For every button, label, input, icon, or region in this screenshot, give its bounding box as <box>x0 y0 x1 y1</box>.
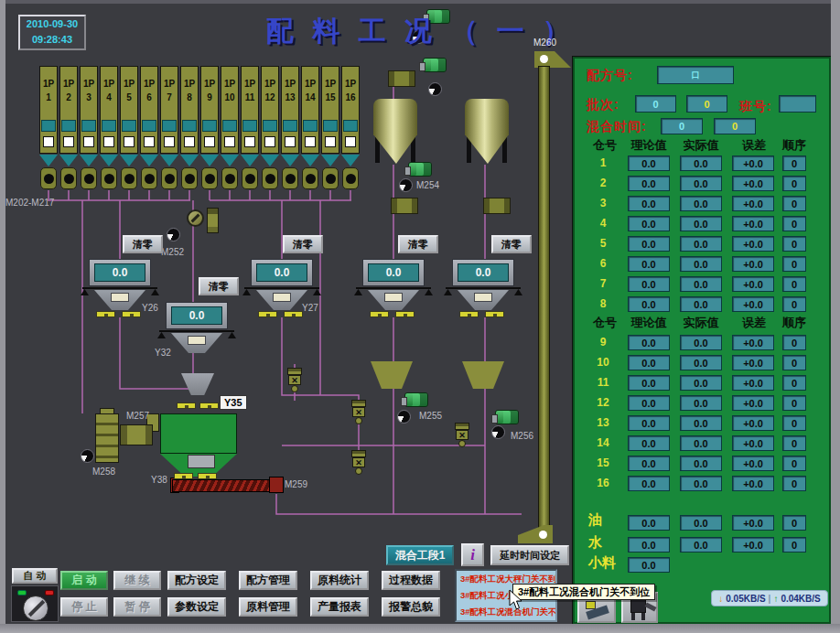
rotary-valve-icon: ✕ <box>351 400 366 424</box>
hopper-prefix: 1P <box>242 79 258 89</box>
elevator-leg-m260 <box>538 66 550 529</box>
hopper-outlet <box>124 136 135 147</box>
bin-11-order: 0 <box>782 375 806 391</box>
slide-gate <box>198 473 217 479</box>
bin-6-theory: 0.0 <box>628 256 670 272</box>
bin-8-number: 8 <box>587 297 619 310</box>
clear-zero-button-scale5[interactable]: 清零 <box>491 235 532 253</box>
info-button[interactable]: i <box>461 543 484 566</box>
motor-icon <box>404 392 428 407</box>
hopper-level-band <box>283 120 297 132</box>
rotary-knob[interactable] <box>23 595 48 621</box>
clear-zero-button-y32[interactable]: 清零 <box>199 277 239 295</box>
bin-3-actual: 0.0 <box>680 196 722 211</box>
hopper-outlet <box>325 136 336 147</box>
hopper-prefix: 1P <box>221 79 238 89</box>
hopper-number: 1 <box>40 92 57 102</box>
bin-12-order: 0 <box>782 395 806 411</box>
bin-16-actual: 0.0 <box>680 476 722 491</box>
bin-9-error: +0.0 <box>732 335 774 350</box>
mix-time-field-2[interactable]: 0 <box>714 118 756 134</box>
rotation-indicator-icon <box>399 178 413 192</box>
pause-button[interactable]: 暂 停 <box>113 597 161 617</box>
hopper-1p15: 1P15 <box>321 66 339 154</box>
stop-button[interactable]: 停 止 <box>60 597 108 617</box>
resume-button[interactable]: 继 续 <box>113 571 161 590</box>
hopper-level-band <box>303 120 318 132</box>
hopper-outlet <box>204 136 215 147</box>
weigh-scale-scale4: 0.0 <box>362 259 425 319</box>
alarm-overview-button[interactable]: 报警总貌 <box>382 597 440 617</box>
rotation-indicator-icon <box>397 410 411 424</box>
scale-support-bar <box>82 287 157 289</box>
column-header-theory: 理论值 <box>626 315 672 331</box>
slide-gate <box>370 311 389 317</box>
bin-2-actual: 0.0 <box>680 176 722 191</box>
pump-m258 <box>95 413 119 463</box>
hopper-number: 14 <box>302 92 318 102</box>
delay-time-setting-button[interactable]: 延时时间设定 <box>490 545 569 565</box>
scale-display-y26: 0.0 <box>94 263 145 282</box>
recipe-management-button[interactable]: 配方管理 <box>239 571 297 590</box>
hopper-level-band <box>142 120 156 132</box>
conveyor-end <box>269 477 284 493</box>
hmi-screen: 2010-09-30 09:28:43 配 料 工 况 （ 一 ） 1P11P2… <box>0 0 840 633</box>
clear-zero-button-scale4[interactable]: 清零 <box>398 235 438 253</box>
batch-total-field[interactable]: 0 <box>686 95 727 113</box>
bin-5-order: 0 <box>782 236 806 252</box>
label-y26: Y26 <box>142 303 158 313</box>
green-indicator-light <box>17 590 27 595</box>
bin-6-error: +0.0 <box>732 256 774 272</box>
start-button[interactable]: 启 动 <box>60 571 108 590</box>
feeder-motor-204 <box>81 167 97 189</box>
hopper-1p10: 1P10 <box>221 66 239 154</box>
bin-3-theory: 0.0 <box>628 196 670 211</box>
recipe-setting-button[interactable]: 配方设定 <box>167 571 226 590</box>
bin-14-error: +0.0 <box>732 435 774 451</box>
weigh-scale-y27: 0.0Y27 <box>251 259 313 319</box>
feeder-motor-213 <box>262 167 278 189</box>
feeder-motor-205 <box>101 167 117 189</box>
bin-5-number: 5 <box>587 237 619 250</box>
bin-14-actual: 0.0 <box>680 435 722 451</box>
bin-16-number: 16 <box>587 477 619 489</box>
column-header-bin: 仓号 <box>588 137 621 154</box>
hopper-1p4: 1P4 <box>100 66 118 154</box>
network-status: ↓ 0.05KB/S | ↑ 0.04KB/S <box>711 590 828 606</box>
recipe-number-field[interactable]: 口 <box>657 66 734 84</box>
batch-count-field[interactable]: 0 <box>635 95 676 113</box>
clear-zero-button-y27[interactable]: 清零 <box>283 235 323 253</box>
window-frame-bottom <box>0 624 840 633</box>
slide-gate <box>395 311 415 317</box>
mixing-section-button[interactable]: 混合工段1 <box>386 545 454 565</box>
mode-selector-switch[interactable] <box>11 585 59 622</box>
mixer-gate <box>188 455 215 468</box>
mix-time-field-1[interactable]: 0 <box>661 118 703 134</box>
bin-7-number: 7 <box>587 277 619 290</box>
gate-valve-icon <box>388 70 415 87</box>
process-data-button[interactable]: 过程数据 <box>382 571 440 590</box>
hopper-level-band <box>61 120 76 132</box>
hopper-outlet <box>103 136 114 147</box>
parameter-setting-button[interactable]: 参数设定 <box>167 597 226 617</box>
machine-icon <box>641 613 645 620</box>
clear-zero-button-y26[interactable]: 清零 <box>123 235 163 253</box>
mix-time-label: 混合时间: <box>587 119 647 135</box>
extra-row-name-0: 油 <box>588 511 602 529</box>
bin-1-theory: 0.0 <box>628 156 670 171</box>
bin-1-actual: 0.0 <box>680 156 722 171</box>
shift-number-field[interactable] <box>779 95 816 113</box>
material-statistics-button[interactable]: 原料统计 <box>310 571 369 590</box>
rotary-valve-icon: ✕ <box>351 450 366 475</box>
motor-icon <box>408 162 432 177</box>
recipe-number-value: 口 <box>692 70 700 81</box>
hopper-outlet <box>43 136 54 147</box>
motor-indicator <box>306 174 316 184</box>
scale-gate <box>111 293 129 302</box>
hopper-prefix: 1P <box>342 79 359 89</box>
yield-report-button[interactable]: 产量报表 <box>310 597 369 617</box>
bin-14-order: 0 <box>782 435 806 451</box>
hopper-prefix: 1P <box>60 79 77 89</box>
hopper-prefix: 1P <box>161 79 178 89</box>
material-management-button[interactable]: 原料管理 <box>239 597 297 617</box>
